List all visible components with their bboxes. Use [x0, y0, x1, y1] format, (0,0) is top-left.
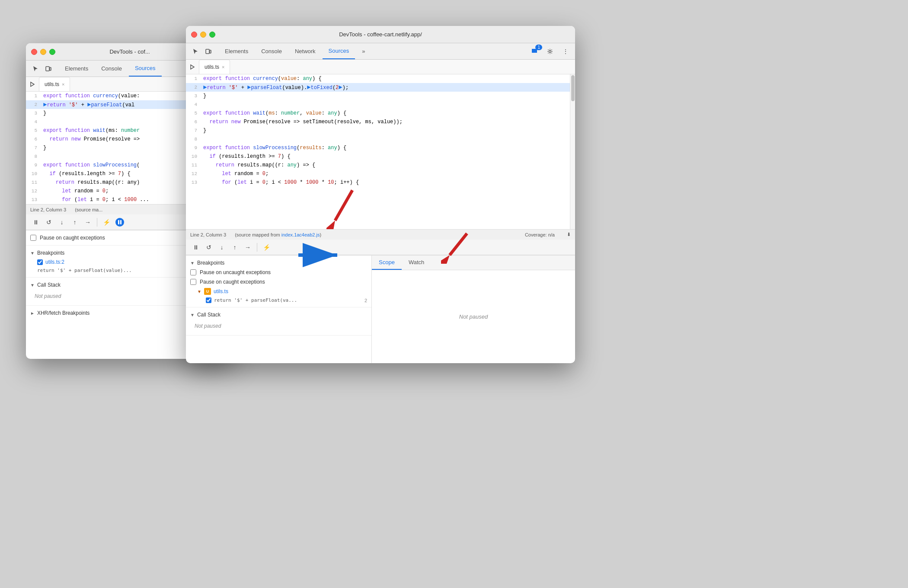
bp-checkbox-back[interactable]: [37, 259, 43, 265]
front-line-9: 9 export function slowProcessing(results…: [186, 144, 570, 152]
cursor-icon[interactable]: [29, 63, 42, 75]
chat-button-front[interactable]: 1: [528, 45, 540, 58]
pause-caught-row-back: Pause on caught exceptions: [30, 233, 190, 243]
tab-more-front[interactable]: »: [356, 43, 371, 59]
close-button[interactable]: [31, 49, 37, 55]
file-tab-utils-back[interactable]: utils.ts ×: [39, 77, 70, 91]
bp-file-triangle: ▼: [197, 289, 201, 294]
front-line-13: 13 for (let i = 0; i < 1000 * 1000 * 10;…: [186, 178, 570, 187]
status-position-back: Line 2, Column 3: [30, 207, 66, 212]
resume-btn-back[interactable]: ↺: [43, 217, 54, 228]
callstack-label-front: Call Stack: [197, 312, 221, 318]
breakpoints-header-back[interactable]: ▼ Breakpoints: [30, 248, 190, 258]
traffic-lights-back: [31, 49, 55, 55]
device-icon-front[interactable]: [202, 45, 214, 58]
status-position-front: Line 2, Column 3: [190, 232, 226, 237]
bp-triangle-front: ▼: [190, 261, 195, 265]
step-into-btn-front[interactable]: ↑: [229, 242, 240, 253]
front-line-2: 2 ►return '$' + ►parseFloat(value).►toFi…: [186, 83, 570, 92]
xhr-triangle: ►: [30, 311, 35, 316]
panel-toggle-back[interactable]: [29, 81, 35, 87]
minimize-button-front[interactable]: [200, 32, 206, 38]
tab-network-front[interactable]: Network: [289, 43, 322, 59]
svg-rect-0: [46, 67, 49, 71]
close-button-front[interactable]: [191, 32, 197, 38]
callstack-header-back[interactable]: ▼ Call Stack: [30, 280, 190, 290]
window-title-front: DevTools - coffee-cart.netlify.app/: [339, 31, 422, 38]
front-line-6: 6 return new Promise(resolve => setTimeo…: [186, 118, 570, 126]
pause-indicator-back: [115, 218, 124, 227]
settings-button-front[interactable]: [544, 45, 556, 58]
separator-back: [97, 218, 97, 227]
step-into-btn-back[interactable]: ↑: [69, 217, 80, 228]
pause-btn-back[interactable]: ⏸: [30, 217, 42, 228]
tab-watch[interactable]: Watch: [402, 256, 431, 270]
pause-uncaught-label: Pause on uncaught exceptions: [200, 269, 271, 275]
download-icon[interactable]: ⬇: [567, 232, 571, 237]
deactivate-btn-front[interactable]: ⚡: [261, 242, 272, 253]
file-tab-close-front[interactable]: ×: [222, 64, 224, 70]
tab-console-front[interactable]: Console: [255, 43, 288, 59]
traffic-lights-front: [191, 32, 215, 38]
panel-toggle-front[interactable]: [189, 64, 195, 70]
more-button-front[interactable]: ⋮: [560, 45, 572, 58]
tab-sources-front[interactable]: Sources: [323, 43, 355, 59]
scroll-thumb-front[interactable]: [571, 75, 575, 101]
chat-badge: 1: [535, 45, 542, 50]
bp-file-item: ▼ U utils.ts: [190, 287, 367, 296]
bp-code-checkbox[interactable]: [206, 297, 211, 303]
breakpoints-section-back: ▼ Breakpoints utils.ts:2 return '$' + pa…: [26, 246, 194, 278]
resume-btn-front[interactable]: ↺: [203, 242, 214, 253]
front-line-1: 1 export function currency(value: any) {: [186, 74, 570, 83]
pause-uncaught-checkbox[interactable]: [190, 269, 196, 275]
scrollbar-front[interactable]: [570, 74, 575, 229]
step-out-btn-front[interactable]: →: [242, 242, 253, 253]
step-over-btn-back[interactable]: ↓: [56, 217, 67, 228]
pause-caught-label-front: Pause on caught exceptions: [200, 279, 265, 285]
debugger-panel-front: ▼ Breakpoints Pause on uncaught exceptio…: [186, 256, 372, 363]
file-tab-utils-front[interactable]: utils.ts ×: [199, 60, 230, 74]
status-source-back: (source ma...: [75, 207, 102, 212]
tab-elements-back[interactable]: Elements: [59, 61, 94, 77]
step-over-btn-front[interactable]: ↓: [216, 242, 227, 253]
device-icon[interactable]: [42, 63, 54, 75]
front-line-3: 3 }: [186, 92, 570, 100]
breakpoints-header-front[interactable]: ▼ Breakpoints: [190, 258, 367, 268]
callstack-header-front[interactable]: ▼ Call Stack: [190, 310, 367, 320]
pause-caught-checkbox-back[interactable]: [30, 235, 36, 241]
cursor-icon-front[interactable]: [189, 45, 201, 58]
minimize-button[interactable]: [40, 49, 46, 55]
debugger-panel-back: Pause on caught exceptions ▼ Breakpoints…: [26, 230, 195, 338]
devtools-tabs-front: Elements Console Network Sources » 1 ⋮: [186, 43, 575, 60]
svg-rect-1: [50, 67, 51, 70]
svg-marker-6: [191, 65, 194, 69]
svg-marker-2: [31, 82, 34, 86]
tab-sources-back[interactable]: Sources: [129, 61, 162, 77]
main-content-front: 1 export function currency(value: any) {…: [186, 74, 575, 229]
callstack-section-front: ▼ Call Stack Not paused: [186, 307, 371, 336]
status-bar-front: Line 2, Column 3 (source mapped from ind…: [186, 229, 575, 240]
tab-elements-front[interactable]: Elements: [219, 43, 254, 59]
titlebar-front: DevTools - coffee-cart.netlify.app/: [186, 26, 575, 43]
callstack-status-front: Not paused: [190, 320, 367, 332]
source-map-link[interactable]: index.1ac4eab2.js: [281, 232, 320, 237]
front-line-4: 4: [186, 100, 570, 109]
utils-file-icon: U: [204, 288, 211, 295]
bp-code-item: return '$' + parseFloat(va... 2: [190, 296, 367, 304]
xhr-header-back[interactable]: ► XHR/fetch Breakpoints: [30, 308, 190, 318]
tab-console-back[interactable]: Console: [95, 61, 128, 77]
maximize-button[interactable]: [49, 49, 55, 55]
bp-filename: utils.ts: [214, 288, 228, 294]
pause-caught-checkbox-front[interactable]: [190, 279, 196, 285]
deactivate-btn-back[interactable]: ⚡: [101, 217, 112, 228]
callstack-triangle: ▼: [30, 283, 35, 288]
pause-btn-front[interactable]: ⏸: [190, 242, 201, 253]
separator-front: [257, 243, 257, 252]
maximize-button-front[interactable]: [209, 32, 215, 38]
tab-scope[interactable]: Scope: [372, 256, 402, 270]
scope-tabs: Scope Watch: [372, 256, 575, 270]
file-tab-close-back[interactable]: ×: [62, 82, 64, 87]
front-line-8: 8: [186, 135, 570, 144]
file-tab-name-back: utils.ts: [45, 81, 59, 87]
step-out-btn-back[interactable]: →: [82, 217, 93, 228]
